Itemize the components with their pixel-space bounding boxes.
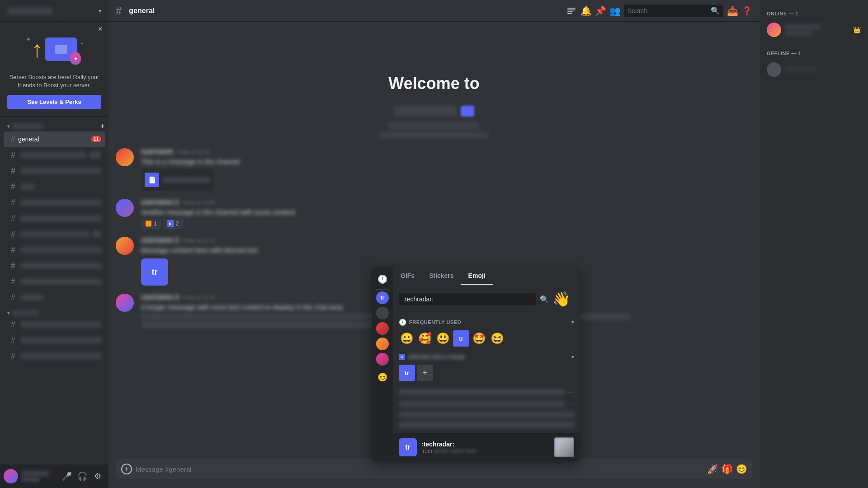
message-username: username 3	[141, 236, 179, 244]
hash-icon: #	[11, 352, 15, 361]
channel-list: ▾ + # general 11 # # # #	[0, 117, 108, 465]
tab-stickers[interactable]: Stickers	[422, 267, 461, 285]
channel-item[interactable]: #	[4, 242, 105, 258]
member-item-offline[interactable]	[763, 60, 864, 80]
welcome-heading: Welcome to	[108, 56, 760, 102]
emoji-item[interactable]: 😆	[489, 330, 505, 347]
message-group: username 2 Today at 12:05 Another messag…	[116, 196, 752, 230]
frequently-used-label: 🕐 FREQUENTLY USED	[399, 319, 461, 326]
member-info	[785, 24, 849, 36]
avatar	[116, 237, 134, 255]
hash-icon: #	[11, 214, 15, 223]
emoji-result-name	[399, 389, 565, 395]
emoji-sidebar-divider	[376, 289, 389, 290]
username-display	[22, 471, 58, 482]
emoji-custom-item-tr[interactable]: tr	[453, 330, 469, 347]
emoji-picker: 🕐 tr 😊 GIFs Stickers Emoji	[372, 267, 580, 461]
boost-text: Server Boosts are here! Rally your frien…	[7, 73, 101, 89]
search-bar[interactable]: 🔍	[624, 5, 723, 17]
pin-icon[interactable]: 📌	[595, 5, 606, 16]
server-header[interactable]: ▾	[0, 0, 108, 22]
channel-category[interactable]: ▾ +	[0, 120, 108, 131]
main-content: # general 🔔 📌 👥 🔍 📥 ❓	[108, 0, 760, 488]
channel-item[interactable]: #	[4, 226, 105, 242]
channel-item[interactable]: #	[4, 333, 105, 348]
channel-item[interactable]: #	[4, 211, 105, 226]
channel-item[interactable]: #	[4, 290, 105, 305]
emoji-sidebar-item[interactable]	[376, 307, 389, 319]
message-input[interactable]	[136, 465, 703, 473]
chevron-down-icon: ▾	[99, 8, 101, 14]
inbox-icon[interactable]: 📥	[727, 5, 738, 16]
emoji-result-dots: ···	[568, 400, 574, 408]
settings-icon[interactable]: ⚙	[90, 469, 105, 483]
emoji-add-button[interactable]: +	[417, 365, 433, 381]
emoji-result-row	[399, 410, 574, 420]
online-section-title: ONLINE — 1	[763, 7, 864, 18]
emoji-search-input[interactable]	[399, 293, 536, 305]
channel-item-general[interactable]: # general 11	[4, 131, 105, 147]
mute-icon[interactable]: 🎤	[60, 469, 74, 483]
emoji-button[interactable]: 😊	[736, 464, 747, 474]
tab-emoji[interactable]: Emoji	[461, 267, 493, 285]
emoji-item[interactable]: 😀	[399, 330, 415, 347]
threads-icon[interactable]	[566, 5, 577, 16]
emoji-tabs: GIFs Stickers Emoji	[393, 267, 580, 285]
members-icon[interactable]: 👥	[609, 5, 620, 16]
channel-item[interactable]: #	[4, 195, 105, 210]
search-icon: 🔍	[711, 6, 720, 15]
emoji-body[interactable]: 🕐 FREQUENTLY USED ▾ 😀 🥰 😃 tr 🤩 😆	[393, 313, 580, 433]
hash-icon: #	[11, 277, 15, 286]
emoji-item[interactable]: 😃	[435, 330, 451, 347]
channel-item[interactable]: #	[4, 317, 105, 332]
deafen-icon[interactable]: 🎧	[75, 469, 90, 483]
emoji-sidebar-item[interactable]	[376, 322, 389, 335]
hash-icon: #	[11, 230, 15, 239]
emoji-result-row: ···	[399, 386, 574, 398]
hash-icon: #	[11, 320, 15, 329]
message-timestamp: Today at 12:10	[182, 238, 215, 243]
recent-emoji-icon[interactable]: 🕐	[374, 271, 391, 287]
emoji-result-row	[399, 420, 574, 430]
emoji-sidebar-item[interactable]	[376, 338, 389, 350]
member-item[interactable]: 👑	[763, 20, 864, 40]
reaction[interactable]: tr 2	[163, 219, 183, 229]
reaction[interactable]: 🟧1	[141, 219, 161, 229]
channel-item[interactable]: #	[4, 179, 105, 194]
custom-emoji-sidebar-icon[interactable]: tr	[376, 291, 389, 304]
see-levels-perks-button[interactable]: See Levels & Perks	[7, 95, 101, 109]
gift-icon[interactable]: 🎁	[722, 464, 732, 474]
help-icon[interactable]: ❓	[741, 5, 752, 16]
emoji-result-name	[399, 422, 574, 428]
clock-icon: 🕐	[399, 319, 406, 326]
hash-icon: #	[11, 182, 15, 192]
channel-item[interactable]: #	[4, 147, 105, 163]
user-area: 🎤 🎧 ⚙	[0, 465, 108, 488]
message-username: username	[141, 147, 173, 155]
chat-wrapper: Welcome to us	[108, 22, 760, 488]
notification-icon[interactable]: 🔔	[580, 5, 591, 16]
chevron-icon[interactable]: ▾	[571, 354, 574, 360]
emoji-item[interactable]: 🥰	[417, 330, 433, 347]
search-input[interactable]	[627, 7, 708, 14]
boost-icon[interactable]: 🚀	[707, 464, 718, 474]
emoji-preview-thumbnail	[554, 437, 574, 457]
channel-item[interactable]: #	[4, 163, 105, 178]
message-header: username Today at 12:00	[141, 147, 752, 155]
emoji-face-icon[interactable]: 😊	[374, 369, 391, 385]
add-content-button[interactable]: +	[121, 464, 132, 474]
emoji-sidebar-item[interactable]	[376, 353, 389, 366]
chevron-icon[interactable]: ▾	[571, 319, 574, 325]
emoji-custom-item-tr[interactable]: tr	[399, 365, 415, 381]
channel-item[interactable]: #	[4, 258, 105, 273]
emoji-item[interactable]: 🤩	[471, 330, 487, 347]
message-header: username 2 Today at 12:05	[141, 198, 752, 206]
message-text: Message content here with blurred text	[141, 245, 752, 255]
channel-category-header[interactable]: ▾	[0, 309, 108, 316]
message-input-icons: 🚀 🎁 😊	[707, 464, 747, 474]
channel-item[interactable]: #	[4, 274, 105, 289]
channel-item[interactable]: #	[4, 348, 105, 364]
close-icon[interactable]: ✕	[98, 25, 103, 33]
message-timestamp: Today at 12:15	[182, 295, 215, 300]
tab-gifs[interactable]: GIFs	[393, 267, 422, 285]
